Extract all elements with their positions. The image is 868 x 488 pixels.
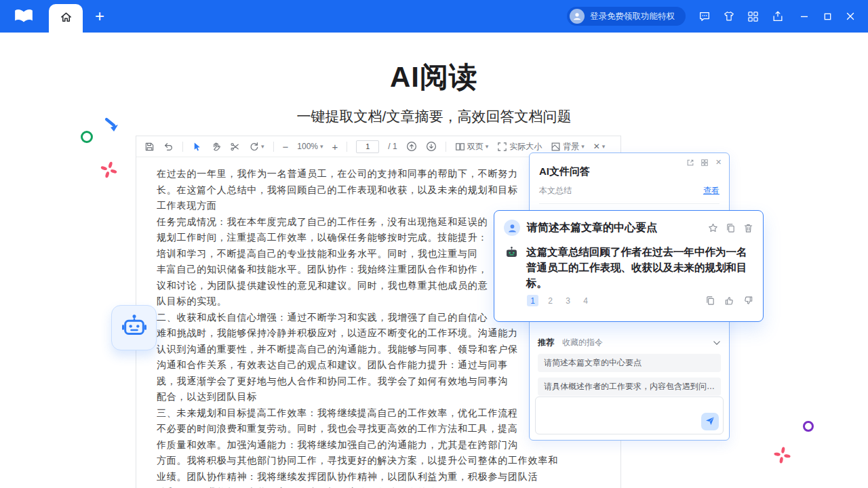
app-logo-icon <box>14 8 34 24</box>
next-page-icon[interactable] <box>426 141 437 152</box>
login-button[interactable]: 登录免费领取功能特权 <box>567 7 686 26</box>
send-plane-icon <box>705 415 715 428</box>
zoom-out-button[interactable]: − <box>283 141 289 152</box>
save-icon[interactable] <box>144 142 155 152</box>
favorites-label[interactable]: 收藏的指令 <box>562 337 603 348</box>
hand-tool-icon[interactable] <box>211 142 221 152</box>
delete-trash-icon[interactable] <box>743 223 753 233</box>
rotate-icon[interactable]: ▾ <box>249 142 264 152</box>
chevron-down-icon: ▾ <box>261 143 264 150</box>
prev-page-icon[interactable] <box>406 141 417 152</box>
popout-icon[interactable] <box>686 158 694 167</box>
double-page-label: 双页 <box>467 141 484 152</box>
page-2[interactable]: 2 <box>545 295 556 306</box>
double-page-button[interactable]: 双页 ▾ <box>455 141 489 152</box>
deco-blue-arrow-icon <box>104 117 121 137</box>
window-controls <box>797 9 857 23</box>
recommend-header: 推荐 收藏的指令 <box>538 337 721 348</box>
summary-row: 本文总结 查看 <box>539 184 719 204</box>
copy-icon[interactable] <box>726 223 736 233</box>
avatar <box>570 9 585 24</box>
zoom-value: 100% <box>297 142 318 151</box>
answer-actions <box>705 296 753 306</box>
question-actions <box>708 223 753 233</box>
feedback-chat-icon[interactable] <box>698 10 711 23</box>
recommend-section: 推荐 收藏的指令 请简述本篇文章的中心要点 请具体概述作者的工作要求，内容包含遇… <box>538 337 721 396</box>
question-row: 请简述本篇文章的中心要点 <box>504 220 753 236</box>
recommend-label: 推荐 <box>538 337 554 348</box>
snip-scissors-icon[interactable] <box>230 142 240 152</box>
select-cursor-icon[interactable] <box>192 142 202 152</box>
theme-skin-icon[interactable] <box>722 10 735 23</box>
ai-robot-launcher[interactable] <box>111 305 157 350</box>
document-line: 业绩。团队协作精神：我将继续发挥团队协作精神，以团队利益为重，积极参与团队活 <box>157 469 600 485</box>
background-button[interactable]: 背景 ▾ <box>551 141 585 152</box>
chevron-down-icon: ▾ <box>602 143 606 150</box>
toolbar-divider <box>182 142 183 152</box>
minimize-button[interactable] <box>797 9 811 23</box>
actual-size-button[interactable]: 实际大小 <box>497 141 542 152</box>
chevron-down-icon: ▾ <box>320 143 323 150</box>
suggestion-item[interactable]: 请简述本篇文章的中心要点 <box>538 354 721 372</box>
zoom-level-dropdown[interactable]: 100% ▾ <box>297 142 323 151</box>
zoom-in-button[interactable]: + <box>332 141 338 152</box>
document-line: 方面。我将积极与其他部门协同工作，寻找更好的解决方案，以提升公司整体的工作效率和 <box>157 453 600 469</box>
page-title: AI阅读 <box>0 58 868 96</box>
suggestion-item[interactable]: 请具体概述作者的工作要求，内容包含遇到问题如何解决... <box>538 378 721 396</box>
question-input[interactable] <box>535 396 724 434</box>
titlebar: + 登录免费领取功能特权 <box>0 0 868 33</box>
chevron-down-icon: ▾ <box>486 143 489 150</box>
user-avatar <box>504 220 520 236</box>
apps-grid-icon[interactable] <box>747 10 760 23</box>
deco-purple-ring <box>803 421 814 432</box>
answer-row: 这篇文章总结回顾了作者在过去一年中作为一名普通员工的工作表现、收获以及未来的规划… <box>504 244 753 291</box>
summary-label: 本文总结 <box>539 185 572 197</box>
copy-icon[interactable] <box>705 296 715 306</box>
page-total-label: / 1 <box>388 142 397 151</box>
titlebar-icons <box>698 10 784 23</box>
layout-grid-icon[interactable] <box>700 158 709 167</box>
document-line: 动和项目。我将与同事共同实现团队目标，为公司创造更多的价值。 <box>157 485 600 488</box>
app-window: + 登录免费领取功能特权 <box>0 0 868 488</box>
login-label: 登录免费领取功能特权 <box>590 11 675 22</box>
favorite-star-icon[interactable] <box>708 223 718 233</box>
page-3[interactable]: 3 <box>562 295 574 306</box>
panel-header-icons: ✕ <box>686 158 723 167</box>
actual-size-label: 实际大小 <box>509 141 542 152</box>
tab-home[interactable] <box>49 4 83 33</box>
bot-robot-icon <box>504 245 519 261</box>
undo-icon[interactable] <box>163 142 174 152</box>
deco-green-ring <box>81 131 93 143</box>
page-1[interactable]: 1 <box>527 295 538 306</box>
chevron-down-icon: ▾ <box>581 143 585 150</box>
close-icon[interactable]: ✕ <box>714 158 723 167</box>
deco-pink-sparkle <box>100 161 118 182</box>
home-icon <box>60 11 73 26</box>
send-button[interactable] <box>701 413 719 430</box>
close-icon: ✕ <box>593 142 600 151</box>
close-button[interactable] <box>844 9 857 23</box>
answer-pagination: 1 2 3 4 <box>527 295 591 306</box>
question-text: 请简述本篇文章的中心要点 <box>527 221 701 235</box>
toolbar-divider <box>273 142 274 152</box>
toolbar-divider <box>446 142 446 152</box>
transfer-upload-icon[interactable] <box>771 10 784 23</box>
card-footer: 1 2 3 4 <box>504 295 753 306</box>
chevron-down-icon[interactable] <box>713 340 721 346</box>
page-number-input[interactable]: 1 <box>356 140 379 153</box>
hero-section: AI阅读 一键提取文档/文章摘要，高效回答文档问题 <box>0 33 868 126</box>
robot-icon <box>121 313 148 343</box>
new-tab-button[interactable]: + <box>95 8 104 24</box>
background-label: 背景 <box>563 141 579 152</box>
view-summary-link[interactable]: 查看 <box>703 185 719 197</box>
answer-text: 这篇文章总结回顾了作者在过去一年中作为一名普通员工的工作表现、收获以及未来的规划… <box>526 244 753 291</box>
page-4[interactable]: 4 <box>580 295 591 306</box>
deco-pink-sparkle <box>773 446 791 467</box>
thumbs-down-icon[interactable] <box>743 296 753 306</box>
toolbar-divider <box>347 142 347 152</box>
chat-message-card: 请简述本篇文章的中心要点 这篇文章总结回顾了作者在过去一年中作为一名普通员工的工… <box>494 210 764 322</box>
thumbs-up-icon[interactable] <box>724 296 734 306</box>
maximize-button[interactable] <box>821 9 834 23</box>
page-subtitle: 一键提取文档/文章摘要，高效回答文档问题 <box>0 107 868 126</box>
close-tool-button[interactable]: ✕ ▾ <box>593 142 606 151</box>
